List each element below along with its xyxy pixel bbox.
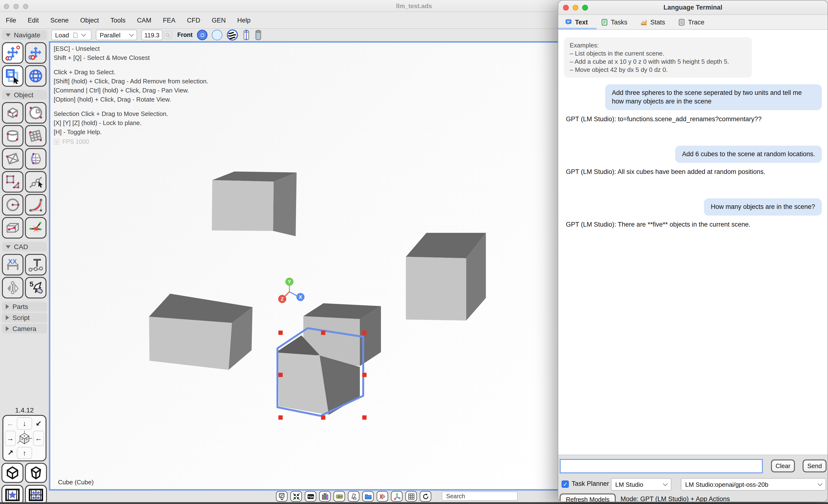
tool-orbit-globe-button[interactable] xyxy=(25,65,46,87)
zoom-field[interactable]: 119.3 xyxy=(141,30,162,40)
model-dropdown[interactable]: LM Studio:openai/gpt-oss-20b xyxy=(681,478,826,491)
cylinder-icon xyxy=(5,128,20,144)
axes-gizmo-button[interactable]: YZX xyxy=(391,491,403,502)
language-terminal-window: Language Terminal TextTasksStatsTrace Ex… xyxy=(558,0,828,502)
texture-chooser-button[interactable] xyxy=(276,491,288,502)
tool-grid-plane-button[interactable] xyxy=(25,125,46,146)
tool-tube-button[interactable] xyxy=(2,217,24,239)
mirror-off-button[interactable] xyxy=(377,491,388,502)
chevron-down-icon xyxy=(129,32,134,37)
section-header-parts[interactable]: Parts xyxy=(2,302,47,311)
section-header-object[interactable]: Object xyxy=(2,90,47,100)
tab-text[interactable]: Text xyxy=(565,18,588,26)
iso-edge-view-button[interactable] xyxy=(25,463,47,483)
provider-value: LM Studio xyxy=(615,481,643,488)
clear-button[interactable]: Clear xyxy=(771,459,795,472)
task-planner-label: Task Planner xyxy=(572,480,609,487)
section-header-navigate[interactable]: Navigate xyxy=(2,30,47,40)
menu-file[interactable]: File xyxy=(6,16,16,24)
tool-lathe-mesh-button[interactable] xyxy=(25,148,46,170)
material-view-icon xyxy=(226,29,238,41)
mirror-icon xyxy=(5,280,20,296)
single-viewport-button[interactable] xyxy=(1,485,24,504)
iso-corner-view-button[interactable] xyxy=(1,463,24,483)
grid-button[interactable] xyxy=(405,491,417,502)
menu-help[interactable]: Help xyxy=(237,16,251,24)
view-up-button[interactable]: ↑ xyxy=(17,447,32,459)
tool-bezier-curve-button[interactable] xyxy=(25,194,46,216)
view-cube-spacer xyxy=(33,446,45,459)
tool-extrude-5-button[interactable]: 5 xyxy=(25,277,46,298)
flat-view-button[interactable] xyxy=(212,30,222,40)
tool-cylinder-button[interactable] xyxy=(2,125,24,146)
tab-trace[interactable]: Trace xyxy=(678,18,704,26)
example-line: – Move object 42 by dx 5 dy 0 dz 0. xyxy=(570,66,746,74)
menu-object[interactable]: Object xyxy=(80,16,99,24)
menu-scene[interactable]: Scene xyxy=(50,16,69,24)
section-header-script[interactable]: Script xyxy=(2,313,47,323)
view-up-right-button[interactable]: ↗ xyxy=(4,446,16,459)
send-button[interactable]: Send xyxy=(802,459,827,472)
tab-tasks[interactable]: Tasks xyxy=(601,18,627,26)
scene-cube-top[interactable] xyxy=(212,171,297,236)
folder-button[interactable] xyxy=(362,491,374,502)
view-cube-icon[interactable] xyxy=(16,430,33,446)
zoom-search-icon[interactable] xyxy=(164,31,172,39)
search-input[interactable] xyxy=(442,492,518,501)
rgb-stripes-button[interactable] xyxy=(319,491,331,502)
tool-sphere-button[interactable] xyxy=(25,102,46,124)
assistant-message: GPT (LM Studio): All six cubes have been… xyxy=(566,168,765,176)
help-line xyxy=(54,105,255,110)
poly-cursor-button[interactable] xyxy=(348,491,359,502)
provider-dropdown[interactable]: LM Studio xyxy=(611,478,671,491)
tool-polyline-edit-button[interactable] xyxy=(25,171,46,193)
solid-cylinder-button[interactable] xyxy=(254,29,262,41)
section-header-camera[interactable]: Camera xyxy=(2,324,47,333)
view-left-button[interactable]: ← xyxy=(4,417,16,430)
section-header-cad[interactable]: CAD xyxy=(2,242,47,252)
tab-stats[interactable]: Stats xyxy=(640,18,665,26)
user-message-bubble: Add 6 cubes to the scene at random locat… xyxy=(675,145,822,163)
view-right-button[interactable]: → xyxy=(5,430,16,446)
menu-edit[interactable]: Edit xyxy=(28,16,39,24)
tool-mirror-button[interactable] xyxy=(2,277,24,298)
quad-viewport-icon xyxy=(27,487,45,503)
shaded-view-button[interactable] xyxy=(197,30,207,40)
view-down-button[interactable]: ↓ xyxy=(17,417,32,429)
tool-cube-button[interactable] xyxy=(2,102,24,124)
collapse-center-button[interactable] xyxy=(290,491,302,502)
view-down-left-button[interactable]: ↙ xyxy=(33,417,45,430)
tool-dim-xx-button[interactable]: XX xyxy=(2,254,24,276)
menu-cam[interactable]: CAM xyxy=(137,16,152,24)
menu-gen[interactable]: GEN xyxy=(212,16,226,24)
refresh-models-button[interactable]: Refresh Models xyxy=(560,494,616,502)
tool-circle-radius-button[interactable] xyxy=(2,194,24,216)
tool-emitter-button[interactable] xyxy=(25,217,46,239)
menu-tools[interactable]: Tools xyxy=(111,16,126,24)
menu-cfd[interactable]: CFD xyxy=(187,16,200,24)
tri-plane-icon xyxy=(5,151,20,167)
tool-tri-plane-button[interactable] xyxy=(2,148,24,170)
scene-cube-left[interactable] xyxy=(149,294,252,370)
view-left-alt-button[interactable]: ← xyxy=(33,430,44,446)
tool-poly-shapes-button[interactable] xyxy=(2,171,24,193)
folder-icon xyxy=(364,492,373,500)
tool-select-move-button[interactable] xyxy=(2,42,24,64)
shader-sh-button[interactable]: Sh xyxy=(305,491,316,502)
task-planner-checkbox[interactable]: ✓ xyxy=(562,480,569,488)
app-version: 1.4.12 xyxy=(0,406,49,414)
projection-dropdown[interactable]: Parallel xyxy=(96,30,137,40)
refresh-button[interactable] xyxy=(420,491,431,502)
svg-text:Y: Y xyxy=(396,493,398,495)
quad-viewport-button[interactable] xyxy=(25,485,47,504)
tool-move-button[interactable] xyxy=(25,42,46,64)
menu-fea[interactable]: FEA xyxy=(163,16,176,24)
load-dropdown[interactable]: Load xyxy=(51,30,91,40)
g-tag-button[interactable]: G xyxy=(333,491,345,502)
chat-input[interactable] xyxy=(560,459,763,473)
wire-cylinder-button[interactable] xyxy=(243,29,250,41)
material-view-button[interactable] xyxy=(226,29,238,41)
scene-cube-right[interactable] xyxy=(406,233,486,321)
tool-path-text-button[interactable] xyxy=(25,254,46,276)
tool-box-select-button[interactable] xyxy=(2,65,24,87)
